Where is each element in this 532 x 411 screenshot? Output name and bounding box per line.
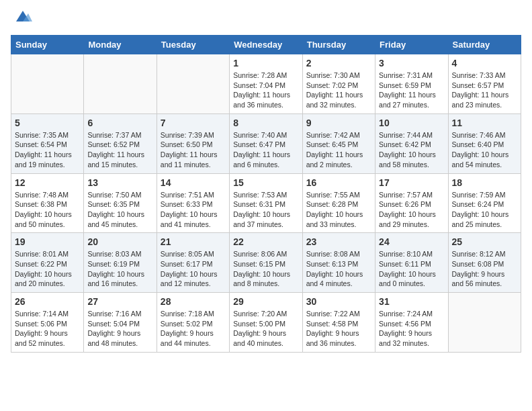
calendar-cell: 23Sunrise: 8:08 AM Sunset: 6:13 PM Dayli… bbox=[302, 233, 375, 293]
day-number: 30 bbox=[306, 296, 371, 307]
calendar-cell: 30Sunrise: 7:22 AM Sunset: 4:58 PM Dayli… bbox=[302, 293, 375, 353]
calendar-cell: 15Sunrise: 7:53 AM Sunset: 6:31 PM Dayli… bbox=[230, 173, 302, 233]
calendar-header-tuesday: Tuesday bbox=[157, 36, 229, 54]
calendar-cell: 18Sunrise: 7:59 AM Sunset: 6:24 PM Dayli… bbox=[448, 173, 521, 233]
page-header bbox=[11, 11, 521, 27]
calendar-cell bbox=[448, 293, 521, 353]
day-info: Sunrise: 7:46 AM Sunset: 6:40 PM Dayligh… bbox=[452, 130, 517, 170]
day-info: Sunrise: 8:08 AM Sunset: 6:13 PM Dayligh… bbox=[306, 249, 371, 289]
calendar-header-thursday: Thursday bbox=[302, 36, 375, 54]
calendar-week-row: 26Sunrise: 7:14 AM Sunset: 5:06 PM Dayli… bbox=[11, 293, 521, 353]
day-info: Sunrise: 7:16 AM Sunset: 5:04 PM Dayligh… bbox=[87, 309, 152, 349]
calendar-header-row: SundayMondayTuesdayWednesdayThursdayFrid… bbox=[11, 36, 521, 54]
day-number: 18 bbox=[452, 177, 517, 188]
day-info: Sunrise: 7:50 AM Sunset: 6:35 PM Dayligh… bbox=[87, 190, 152, 230]
day-number: 29 bbox=[233, 296, 298, 307]
calendar-cell: 11Sunrise: 7:46 AM Sunset: 6:40 PM Dayli… bbox=[448, 113, 521, 173]
day-info: Sunrise: 7:30 AM Sunset: 7:02 PM Dayligh… bbox=[306, 71, 371, 110]
calendar-cell: 27Sunrise: 7:16 AM Sunset: 5:04 PM Dayli… bbox=[84, 293, 157, 353]
day-number: 20 bbox=[87, 236, 152, 247]
calendar-cell: 13Sunrise: 7:50 AM Sunset: 6:35 PM Dayli… bbox=[84, 173, 157, 233]
day-info: Sunrise: 7:44 AM Sunset: 6:42 PM Dayligh… bbox=[379, 130, 444, 170]
calendar-cell: 31Sunrise: 7:24 AM Sunset: 4:56 PM Dayli… bbox=[375, 293, 448, 353]
calendar-week-row: 5Sunrise: 7:35 AM Sunset: 6:54 PM Daylig… bbox=[11, 113, 521, 173]
calendar-cell: 26Sunrise: 7:14 AM Sunset: 5:06 PM Dayli… bbox=[11, 293, 84, 353]
calendar-header-monday: Monday bbox=[84, 36, 157, 54]
calendar-cell: 6Sunrise: 7:37 AM Sunset: 6:52 PM Daylig… bbox=[84, 113, 157, 173]
day-info: Sunrise: 7:39 AM Sunset: 6:50 PM Dayligh… bbox=[161, 130, 226, 170]
day-number: 14 bbox=[161, 177, 226, 188]
calendar-header-wednesday: Wednesday bbox=[230, 36, 302, 54]
day-number: 12 bbox=[15, 177, 80, 188]
calendar-cell: 17Sunrise: 7:57 AM Sunset: 6:26 PM Dayli… bbox=[375, 173, 448, 233]
calendar-header-sunday: Sunday bbox=[11, 36, 84, 54]
day-number: 8 bbox=[233, 118, 298, 128]
calendar-cell: 28Sunrise: 7:18 AM Sunset: 5:02 PM Dayli… bbox=[157, 293, 229, 353]
day-number: 21 bbox=[161, 236, 226, 247]
day-info: Sunrise: 7:40 AM Sunset: 6:47 PM Dayligh… bbox=[233, 130, 298, 170]
day-info: Sunrise: 7:37 AM Sunset: 6:52 PM Dayligh… bbox=[87, 130, 152, 170]
logo-icon bbox=[13, 8, 32, 27]
day-info: Sunrise: 7:28 AM Sunset: 7:04 PM Dayligh… bbox=[233, 71, 298, 110]
day-info: Sunrise: 8:12 AM Sunset: 6:08 PM Dayligh… bbox=[452, 249, 517, 289]
calendar-cell: 4Sunrise: 7:33 AM Sunset: 6:57 PM Daylig… bbox=[448, 54, 521, 114]
calendar-header-saturday: Saturday bbox=[448, 36, 521, 54]
calendar-cell: 19Sunrise: 8:01 AM Sunset: 6:22 PM Dayli… bbox=[11, 233, 84, 293]
calendar-cell bbox=[11, 54, 84, 114]
day-number: 9 bbox=[306, 118, 371, 128]
day-number: 4 bbox=[452, 58, 517, 68]
day-info: Sunrise: 7:42 AM Sunset: 6:45 PM Dayligh… bbox=[306, 130, 371, 170]
day-info: Sunrise: 8:05 AM Sunset: 6:17 PM Dayligh… bbox=[161, 249, 226, 289]
day-number: 28 bbox=[161, 296, 226, 307]
day-info: Sunrise: 8:10 AM Sunset: 6:11 PM Dayligh… bbox=[379, 249, 444, 289]
day-number: 11 bbox=[452, 118, 517, 128]
day-info: Sunrise: 7:31 AM Sunset: 6:59 PM Dayligh… bbox=[379, 71, 444, 110]
calendar-week-row: 19Sunrise: 8:01 AM Sunset: 6:22 PM Dayli… bbox=[11, 233, 521, 293]
day-number: 22 bbox=[233, 236, 298, 247]
calendar-cell: 25Sunrise: 8:12 AM Sunset: 6:08 PM Dayli… bbox=[448, 233, 521, 293]
day-info: Sunrise: 7:24 AM Sunset: 4:56 PM Dayligh… bbox=[379, 309, 444, 349]
day-number: 3 bbox=[379, 58, 444, 68]
calendar-week-row: 1Sunrise: 7:28 AM Sunset: 7:04 PM Daylig… bbox=[11, 54, 521, 114]
calendar-cell: 7Sunrise: 7:39 AM Sunset: 6:50 PM Daylig… bbox=[157, 113, 229, 173]
day-number: 31 bbox=[379, 296, 444, 307]
calendar-table: SundayMondayTuesdayWednesdayThursdayFrid… bbox=[11, 35, 521, 353]
day-info: Sunrise: 7:55 AM Sunset: 6:28 PM Dayligh… bbox=[306, 190, 371, 230]
day-number: 24 bbox=[379, 236, 444, 247]
calendar-cell: 3Sunrise: 7:31 AM Sunset: 6:59 PM Daylig… bbox=[375, 54, 448, 114]
day-number: 5 bbox=[15, 118, 80, 128]
day-number: 13 bbox=[87, 177, 152, 188]
calendar-cell: 20Sunrise: 8:03 AM Sunset: 6:19 PM Dayli… bbox=[84, 233, 157, 293]
day-number: 17 bbox=[379, 177, 444, 188]
day-info: Sunrise: 7:14 AM Sunset: 5:06 PM Dayligh… bbox=[15, 309, 80, 349]
day-number: 27 bbox=[87, 296, 152, 307]
day-info: Sunrise: 7:18 AM Sunset: 5:02 PM Dayligh… bbox=[161, 309, 226, 349]
calendar-cell bbox=[84, 54, 157, 114]
day-number: 2 bbox=[306, 58, 371, 68]
day-number: 19 bbox=[15, 236, 80, 247]
day-info: Sunrise: 7:51 AM Sunset: 6:33 PM Dayligh… bbox=[161, 190, 226, 230]
calendar-cell: 10Sunrise: 7:44 AM Sunset: 6:42 PM Dayli… bbox=[375, 113, 448, 173]
day-number: 16 bbox=[306, 177, 371, 188]
calendar-cell: 29Sunrise: 7:20 AM Sunset: 5:00 PM Dayli… bbox=[230, 293, 302, 353]
day-number: 23 bbox=[306, 236, 371, 247]
day-number: 10 bbox=[379, 118, 444, 128]
calendar-cell: 14Sunrise: 7:51 AM Sunset: 6:33 PM Dayli… bbox=[157, 173, 229, 233]
day-info: Sunrise: 7:53 AM Sunset: 6:31 PM Dayligh… bbox=[233, 190, 298, 230]
calendar-cell: 16Sunrise: 7:55 AM Sunset: 6:28 PM Dayli… bbox=[302, 173, 375, 233]
calendar-cell: 9Sunrise: 7:42 AM Sunset: 6:45 PM Daylig… bbox=[302, 113, 375, 173]
day-info: Sunrise: 7:57 AM Sunset: 6:26 PM Dayligh… bbox=[379, 190, 444, 230]
day-number: 25 bbox=[452, 236, 517, 247]
day-number: 15 bbox=[233, 177, 298, 188]
calendar-cell: 21Sunrise: 8:05 AM Sunset: 6:17 PM Dayli… bbox=[157, 233, 229, 293]
day-info: Sunrise: 7:48 AM Sunset: 6:38 PM Dayligh… bbox=[15, 190, 80, 230]
day-info: Sunrise: 7:33 AM Sunset: 6:57 PM Dayligh… bbox=[452, 71, 517, 110]
day-number: 26 bbox=[15, 296, 80, 307]
calendar-cell: 24Sunrise: 8:10 AM Sunset: 6:11 PM Dayli… bbox=[375, 233, 448, 293]
logo bbox=[11, 11, 32, 27]
day-info: Sunrise: 7:35 AM Sunset: 6:54 PM Dayligh… bbox=[15, 130, 80, 170]
calendar-cell: 8Sunrise: 7:40 AM Sunset: 6:47 PM Daylig… bbox=[230, 113, 302, 173]
calendar-cell: 2Sunrise: 7:30 AM Sunset: 7:02 PM Daylig… bbox=[302, 54, 375, 114]
day-number: 6 bbox=[87, 118, 152, 128]
day-number: 7 bbox=[161, 118, 226, 128]
